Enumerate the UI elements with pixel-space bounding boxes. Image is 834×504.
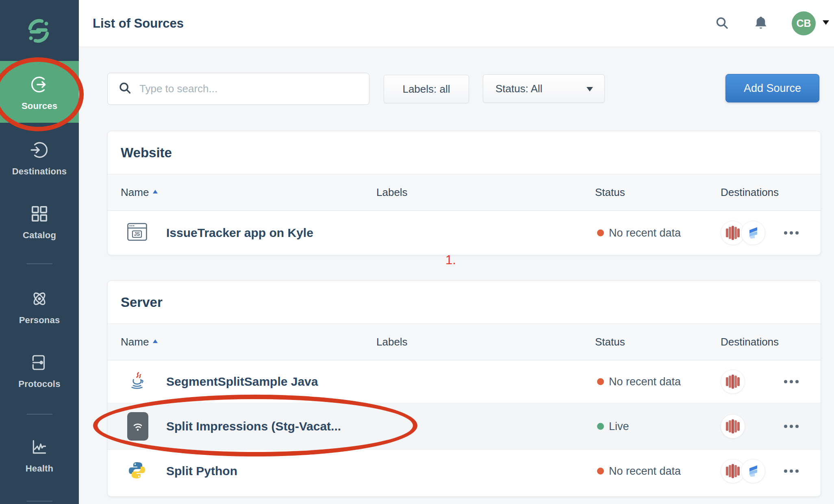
sidebar-item-label: Personas <box>19 315 60 326</box>
section-title: Website <box>108 131 821 174</box>
segment-logo-icon <box>26 18 52 46</box>
status-filter-label: Status: All <box>495 83 543 95</box>
health-icon <box>30 438 49 458</box>
column-header-labels: Labels <box>376 174 408 210</box>
sidebar-divider <box>26 501 52 502</box>
status-text: Live <box>609 420 629 433</box>
redshift-icon[interactable] <box>721 369 745 394</box>
avatar-initials: CB <box>796 17 811 29</box>
sidebar-item-protocols[interactable]: Protocols <box>0 353 79 389</box>
top-bar: List of Sources CB <box>79 0 834 47</box>
source-row-java[interactable]: SegmentSplitSample Java No recent data <box>108 360 821 403</box>
svg-text:JS: JS <box>134 231 140 237</box>
sort-ascending-icon <box>153 339 158 343</box>
row-actions-menu-icon[interactable] <box>784 425 801 428</box>
source-name: Split Impressions (Stg-Vacat... <box>166 419 341 433</box>
add-source-label: Add Source <box>744 82 801 95</box>
sidebar-item-catalog[interactable]: Catalog <box>0 204 79 241</box>
avatar[interactable]: CB <box>792 11 816 35</box>
sidebar-item-health[interactable]: Health <box>0 438 79 474</box>
status-badge: Live <box>597 420 629 433</box>
sidebar-divider <box>26 414 52 415</box>
redshift-icon[interactable] <box>721 414 745 439</box>
column-header-status: Status <box>595 324 625 360</box>
sidebar-divider <box>26 263 52 264</box>
row-actions-menu-icon[interactable] <box>784 469 801 473</box>
app-root: Sources Destinations Cata <box>0 0 834 504</box>
labels-filter-label: Labels: all <box>402 83 450 96</box>
column-header-name[interactable]: Name <box>121 324 158 360</box>
status-text: No recent data <box>609 226 681 239</box>
javascript-browser-icon: JS <box>127 222 148 243</box>
source-row-split-impressions[interactable]: Split Impressions (Stg-Vacat... Live <box>108 403 821 450</box>
server-section-card: Server Name Labels Status Destinations <box>107 280 821 497</box>
status-dot-icon <box>597 378 604 385</box>
status-dot-icon <box>597 423 604 430</box>
page-title: List of Sources <box>93 0 184 47</box>
personas-icon <box>30 289 49 310</box>
sources-icon <box>30 75 49 96</box>
row-actions-menu-icon[interactable] <box>784 380 801 383</box>
sidebar-item-label: Catalog <box>23 230 56 241</box>
column-header-destinations: Destinations <box>721 324 779 360</box>
search-placeholder: Type to search... <box>139 83 217 95</box>
status-text: No recent data <box>609 376 681 388</box>
sort-ascending-icon <box>153 190 158 193</box>
source-row-issuetracker[interactable]: JS IssueTracker app on Kyle No recent da… <box>108 211 821 254</box>
sidebar-item-label: Sources <box>22 101 57 111</box>
column-header-status: Status <box>595 174 625 210</box>
search-icon[interactable] <box>713 14 731 34</box>
status-badge: No recent data <box>597 226 681 239</box>
status-dot-icon <box>597 229 604 236</box>
sidebar-item-personas[interactable]: Personas <box>0 289 79 326</box>
sidebar-item-sources[interactable]: Sources <box>0 61 79 123</box>
source-name: IssueTracker app on Kyle <box>166 226 313 240</box>
status-dot-icon <box>597 468 604 475</box>
source-name: Split Python <box>166 464 237 478</box>
status-badge: No recent data <box>597 465 681 478</box>
java-icon <box>127 371 147 392</box>
source-row-split-python[interactable]: Split Python No recent data <box>108 450 821 492</box>
sidebar: Sources Destinations Cata <box>0 0 79 504</box>
destinations-icon <box>30 141 49 161</box>
search-icon <box>117 80 134 98</box>
status-text: No recent data <box>609 465 681 478</box>
status-badge: No recent data <box>597 376 681 388</box>
chevron-down-icon <box>586 87 593 91</box>
protocols-icon <box>30 353 49 374</box>
website-section-card: Website Name Labels Status Destinations … <box>107 131 821 255</box>
account-menu-caret-icon[interactable] <box>823 20 829 25</box>
add-source-button[interactable]: Add Source <box>725 74 819 102</box>
section-title: Server <box>108 281 821 324</box>
row-actions-menu-icon[interactable] <box>784 231 801 235</box>
labels-filter-button[interactable]: Labels: all <box>384 75 469 103</box>
sidebar-item-label: Protocols <box>18 379 60 389</box>
annotation-step-number: 1. <box>445 253 456 267</box>
column-header-labels: Labels <box>376 324 408 360</box>
blue-s-icon[interactable] <box>741 221 765 245</box>
table-header: Name Labels Status Destinations <box>108 174 821 211</box>
table-header: Name Labels Status Destinations <box>108 324 821 360</box>
status-filter-dropdown[interactable]: Status: All <box>483 74 605 103</box>
column-header-name[interactable]: Name <box>121 174 158 210</box>
sidebar-item-destinations[interactable]: Destinations <box>0 141 79 177</box>
bell-icon[interactable] <box>752 14 770 34</box>
wifi-icon <box>127 412 148 441</box>
sidebar-item-label: Health <box>26 463 53 474</box>
search-input[interactable]: Type to search... <box>107 73 369 105</box>
sidebar-item-label: Destinations <box>12 166 67 177</box>
catalog-icon <box>30 204 49 225</box>
python-icon <box>127 461 147 482</box>
source-name: SegmentSplitSample Java <box>166 375 318 389</box>
blue-s-icon[interactable] <box>741 459 765 483</box>
column-header-destinations: Destinations <box>721 174 779 210</box>
